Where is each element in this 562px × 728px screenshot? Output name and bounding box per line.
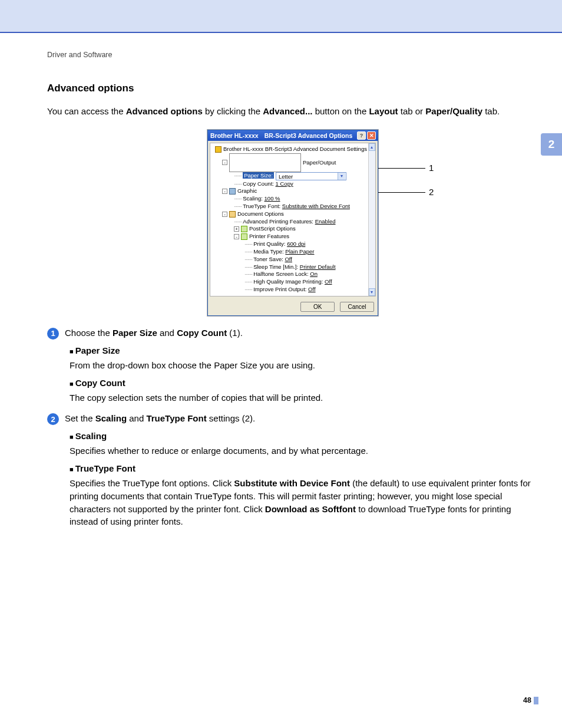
breadcrumb: Driver and Software (47, 51, 538, 59)
page-icon (229, 153, 301, 172)
tree-paper-output[interactable]: -Paper/Output (211, 153, 367, 172)
tree-connector: ········ (234, 172, 242, 179)
tree-sleep-time[interactable]: ········Sleep Time [Min.]: Printer Defau… (211, 263, 367, 271)
document-icon (229, 211, 236, 218)
media-type-label: Media Type: (253, 248, 284, 255)
sleep-time-value[interactable]: Printer Default (300, 263, 336, 270)
help-button[interactable]: ? (357, 131, 366, 140)
collapse-icon[interactable]: - (222, 189, 227, 194)
tt-bold-download: Download as Softfont (265, 504, 356, 514)
page-content: Driver and Software Advanced options You… (0, 33, 562, 528)
substep-copy-count: Copy Count The copy selection sets the n… (70, 378, 538, 404)
tree-copy-count[interactable]: ········Copy Count: 1 Copy (211, 180, 367, 188)
intro-bold-advanced-button: Advanced... (263, 106, 312, 116)
tree-connector: ········ (234, 203, 242, 209)
scroll-down-icon[interactable]: ▾ (369, 288, 375, 296)
collapse-icon[interactable]: - (222, 160, 227, 165)
intro-bold-layout: Layout (369, 106, 398, 116)
page-number-mark (534, 697, 538, 704)
substep-truetype: TrueType Font Specifies the TrueType fon… (70, 463, 538, 528)
copy-count-label: Copy Count: (243, 180, 274, 187)
tree-media-type[interactable]: ········Media Type: Plain Paper (211, 248, 367, 256)
scaling-value[interactable]: 100 % (265, 195, 280, 202)
tree-doc-options[interactable]: -Document Options (211, 210, 367, 218)
tree-connector: ········ (244, 256, 252, 262)
intro-bold-advanced-options: Advanced options (126, 106, 203, 116)
step-1-body: Choose the Paper Size and Copy Count (1)… (65, 328, 538, 338)
copy-count-value[interactable]: 1 Copy (276, 180, 293, 187)
tree-postscript[interactable]: +PostScript Options (211, 225, 367, 233)
features-icon (241, 233, 247, 240)
substep-text: Specifies whether to reduce or enlarge d… (70, 444, 538, 457)
callout-number-1: 1 (429, 163, 434, 173)
intro-text: button on the (312, 106, 369, 116)
media-type-value[interactable]: Plain Paper (285, 248, 314, 255)
ok-button[interactable]: OK (300, 302, 335, 312)
intro-text: You can access the (47, 106, 126, 116)
expand-icon[interactable]: + (234, 226, 239, 232)
adv-print-value[interactable]: Enabled (315, 218, 336, 225)
substep-heading: Paper Size (70, 345, 538, 355)
step-2: 2 Set the Scaling and TrueType Font sett… (47, 413, 538, 425)
tree-improve-output[interactable]: ········Improve Print Output: Off (211, 286, 367, 294)
tree-label: Paper/Output (303, 159, 336, 165)
print-quality-value[interactable]: 600 dpi (287, 241, 305, 247)
scroll-up-icon[interactable]: ▴ (369, 143, 375, 151)
tree-connector: ········ (244, 271, 252, 277)
tree-paper-size[interactable]: ········Paper Size: Letter (211, 172, 367, 180)
tree-halftone[interactable]: ········Halftone Screen Lock: On (211, 271, 367, 278)
step-text: settings (2). (207, 413, 256, 423)
settings-tree: Brother HL-xxxx BR-Script3 Advanced Docu… (210, 143, 368, 296)
tree-connector: ········ (244, 286, 252, 292)
step-bold-truetype: TrueType Font (146, 413, 206, 423)
tree-root-label: Brother HL-xxxx BR-Script3 Advanced Docu… (223, 146, 367, 152)
paper-size-dropdown[interactable]: Letter (276, 172, 346, 180)
intro-text: tab or (398, 106, 426, 116)
close-button[interactable]: ✕ (367, 131, 376, 140)
intro-paragraph: You can access the Advanced options by c… (47, 105, 538, 118)
substep-paper-size: Paper Size From the drop-down box choose… (70, 345, 538, 372)
step-bold-scaling: Scaling (95, 413, 127, 423)
halftone-value[interactable]: On (310, 271, 318, 277)
step-text: (1). (227, 328, 243, 338)
dialog-title-left: Brother HL-xxxx (210, 132, 259, 139)
scrollbar[interactable]: ▴ ▾ (368, 143, 375, 296)
toner-save-value[interactable]: Off (285, 256, 292, 262)
step-text: and (127, 413, 146, 423)
tree-scaling[interactable]: ········Scaling: 100 % (211, 195, 367, 203)
hq-image-value[interactable]: Off (325, 278, 332, 285)
cancel-button[interactable]: Cancel (340, 302, 374, 312)
step-text: and (157, 328, 177, 338)
tree-adv-printing[interactable]: ········Advanced Printing Features: Enab… (211, 218, 367, 226)
truetype-label: TrueType Font: (243, 203, 280, 209)
truetype-value[interactable]: Substitute with Device Font (282, 203, 350, 209)
substep-scaling: Scaling Specifies whether to reduce or e… (70, 431, 538, 457)
tree-printer-features[interactable]: -Printer Features (211, 233, 367, 241)
collapse-icon[interactable]: - (222, 212, 227, 217)
intro-text: tab. (482, 106, 500, 116)
improve-output-value[interactable]: Off (308, 286, 316, 292)
tree-label: Printer Features (249, 233, 289, 239)
tree-truetype[interactable]: ········TrueType Font: Substitute with D… (211, 203, 367, 210)
toner-save-label: Toner Save: (253, 256, 283, 262)
substep-text: From the drop-down box choose the Paper … (70, 359, 538, 372)
postscript-icon (241, 226, 247, 232)
dialog-titlebar: Brother HL-xxxx BR-Script3 Advanced Opti… (208, 130, 378, 141)
tt-text: Specifies the TrueType font options. Cli… (70, 478, 234, 488)
scroll-track[interactable] (369, 151, 375, 288)
collapse-icon[interactable]: - (234, 234, 239, 239)
tree-toner-save[interactable]: ········Toner Save: Off (211, 256, 367, 263)
tree-connector: ········ (234, 218, 242, 225)
tree-hq-image[interactable]: ········High Quality Image Printing: Off (211, 278, 367, 286)
substep-heading: Copy Count (70, 378, 538, 388)
tree-connector: ········ (244, 263, 252, 270)
intro-bold-paper-quality: Paper/Quality (425, 106, 482, 116)
step-text: Choose the (65, 328, 113, 338)
adv-print-label: Advanced Printing Features: (243, 218, 313, 225)
substep-heading: TrueType Font (70, 463, 538, 473)
tree-print-quality[interactable]: ········Print Quality: 600 dpi (211, 241, 367, 248)
intro-text: by clicking the (203, 106, 263, 116)
tree-connector: ········ (244, 248, 252, 255)
callout-leader-1 (378, 168, 425, 169)
tree-graphic[interactable]: -Graphic (211, 187, 367, 195)
